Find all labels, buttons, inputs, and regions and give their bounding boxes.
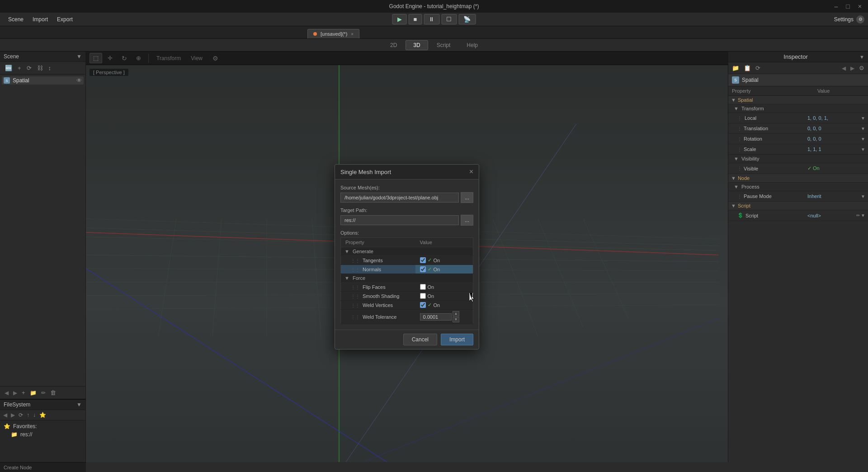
insp-folder-btn[interactable]: 📁 bbox=[730, 64, 741, 72]
dialog-titlebar: Single Mesh Import × bbox=[335, 165, 479, 179]
source-browse-btn[interactable]: ... bbox=[461, 192, 473, 203]
forward-btn[interactable]: ▶ bbox=[11, 389, 19, 397]
filesystem-dropdown-icon[interactable]: ▼ bbox=[76, 401, 82, 408]
translation-dropdown-icon[interactable]: ▼ bbox=[861, 126, 865, 131]
insp-forward-btn[interactable]: ▶ bbox=[849, 64, 856, 72]
deploy-btn[interactable]: ☐ bbox=[441, 14, 457, 24]
edit-btn[interactable]: ✏ bbox=[39, 389, 47, 397]
insp-back-btn[interactable]: ◀ bbox=[840, 64, 848, 72]
add-node-btn[interactable]: + bbox=[15, 64, 24, 72]
fs-back-btn[interactable]: ◀ bbox=[2, 411, 9, 419]
filesystem-panel: FileSystem ▼ ◀ ▶ ⟳ ↑ ↓ ⭐ ⭐ Favorites: 📁 … bbox=[0, 399, 85, 462]
dialog-overlay: Single Mesh Import × Source Mesh(es): ..… bbox=[86, 52, 728, 462]
scene-tree: S Spatial 👁 bbox=[0, 75, 85, 386]
weld-down-btn[interactable]: ▼ bbox=[453, 317, 460, 322]
delete-btn[interactable]: 🗑 bbox=[48, 388, 58, 397]
visibility-subsection[interactable]: ▼Visibility bbox=[728, 155, 868, 163]
tangents-row: ⋮⋮Tangents ✓ On bbox=[341, 256, 473, 265]
minimize-btn[interactable]: – bbox=[832, 2, 841, 11]
weld-tolerance-input[interactable] bbox=[420, 313, 452, 321]
folder-btn[interactable]: 📁 bbox=[28, 389, 38, 397]
new-scene-btn[interactable]: 🆕 bbox=[3, 64, 14, 72]
script-dropdown-icon[interactable]: ▼ bbox=[861, 213, 865, 218]
script-edit-btn[interactable]: ✏ bbox=[856, 213, 860, 218]
export-menu[interactable]: Export bbox=[52, 14, 77, 24]
node-type-icon: S bbox=[732, 76, 739, 84]
fs-forward-btn[interactable]: ▶ bbox=[9, 411, 16, 419]
insp-refresh-btn[interactable]: ⟳ bbox=[754, 64, 762, 72]
fs-up-btn[interactable]: ↑ bbox=[25, 411, 31, 419]
local-dropdown-icon[interactable]: ▼ bbox=[861, 116, 865, 121]
weld-tolerance-row: ⋮⋮Weld Tolerance ▲ ▼ bbox=[341, 310, 473, 324]
import-btn[interactable]: Import bbox=[441, 334, 473, 345]
node-section[interactable]: ▼Node bbox=[728, 174, 868, 183]
scene-toolbar: 🆕 + ⟳ ⛓ ↕ bbox=[0, 62, 85, 75]
normals-checkbox[interactable] bbox=[420, 266, 426, 272]
flip-faces-checkbox[interactable] bbox=[420, 284, 426, 290]
scene-menu[interactable]: Scene bbox=[4, 14, 28, 24]
dialog-body: Source Mesh(es): ... Target Path: ... Op… bbox=[335, 179, 479, 329]
view-2d-btn[interactable]: 2D bbox=[382, 40, 405, 50]
inspector-expand-icon[interactable]: ▼ bbox=[859, 54, 864, 60]
fs-fav-btn[interactable]: ⭐ bbox=[38, 411, 47, 419]
fs-refresh-btn[interactable]: ⟳ bbox=[17, 411, 24, 419]
fs-down-btn[interactable]: ↓ bbox=[32, 411, 37, 419]
back-btn[interactable]: ◀ bbox=[3, 389, 10, 397]
scene-footer-toolbar: ◀ ▶ + 📁 ✏ 🗑 bbox=[0, 386, 85, 399]
favorites-item[interactable]: ⭐ Favorites: bbox=[2, 422, 84, 430]
pause-mode-dropdown[interactable]: ▼ bbox=[861, 194, 865, 199]
insp-settings-btn[interactable]: ⚙ bbox=[857, 64, 866, 72]
add-btn2[interactable]: + bbox=[20, 388, 27, 397]
remote-btn[interactable]: 📡 bbox=[458, 14, 476, 24]
translation-property: ⋮ Translation 0, 0, 0 ▼ bbox=[728, 123, 868, 134]
weld-vertices-checkbox[interactable] bbox=[420, 302, 426, 308]
stop-btn[interactable]: ■ bbox=[409, 14, 422, 24]
view-3d-btn[interactable]: 3D bbox=[406, 40, 428, 50]
weld-up-btn[interactable]: ▲ bbox=[453, 311, 460, 316]
res-item[interactable]: 📁 res:// bbox=[2, 430, 84, 439]
target-input[interactable] bbox=[340, 215, 459, 225]
pause-btn[interactable]: ⏸ bbox=[424, 14, 439, 24]
maximize-btn[interactable]: □ bbox=[843, 2, 852, 11]
inspector-tabs: 📁 📋 ⟳ ◀ ▶ ⚙ bbox=[728, 62, 868, 74]
scene-node-spatial[interactable]: S Spatial 👁 bbox=[2, 76, 84, 85]
titlebar-controls[interactable]: – □ × bbox=[832, 0, 864, 13]
transform-subsection[interactable]: ▼Transform bbox=[728, 104, 868, 113]
import-menu[interactable]: Import bbox=[28, 14, 52, 24]
inspector-header: Inspector ▼ bbox=[728, 52, 868, 62]
process-subsection[interactable]: ▼Process bbox=[728, 183, 868, 191]
flip-faces-row: ⋮⋮Flip Faces On bbox=[341, 283, 473, 292]
target-browse-btn[interactable]: ... bbox=[461, 215, 473, 226]
source-input[interactable] bbox=[340, 193, 459, 203]
local-property: ⋮ Local 1, 0, 0, 1, ▼ bbox=[728, 113, 868, 123]
editor-tab[interactable]: [unsaved](*) × bbox=[307, 29, 359, 38]
insp-history-btn[interactable]: 📋 bbox=[742, 64, 753, 72]
pause-mode-property: ⋮ Pause Mode Inherit ▼ bbox=[728, 191, 868, 202]
settings-btn[interactable]: Settings bbox=[834, 16, 854, 23]
instance-btn[interactable]: ⛓ bbox=[35, 64, 45, 72]
rotation-dropdown-icon[interactable]: ▼ bbox=[861, 137, 865, 142]
refresh-btn[interactable]: ⟳ bbox=[24, 64, 34, 72]
expand-btn[interactable]: ↕ bbox=[46, 64, 54, 72]
filesystem-header: FileSystem ▼ bbox=[0, 400, 85, 410]
script-section[interactable]: ▼Script bbox=[728, 202, 868, 210]
cancel-btn[interactable]: Cancel bbox=[403, 334, 437, 345]
scene-dropdown-icon[interactable]: ▼ bbox=[76, 53, 82, 60]
dialog-close-btn[interactable]: × bbox=[469, 168, 473, 175]
visibility-icon[interactable]: 👁 bbox=[76, 77, 82, 84]
close-btn[interactable]: × bbox=[855, 2, 864, 11]
tangents-checkbox[interactable] bbox=[420, 257, 426, 263]
smooth-shading-row: ⋮⋮Smooth Shading On bbox=[341, 292, 473, 301]
force-section-row[interactable]: ▼ Force bbox=[341, 274, 473, 283]
target-label: Target Path: bbox=[340, 208, 473, 213]
spatial-section[interactable]: ▼Spatial bbox=[728, 96, 868, 104]
scale-dropdown-icon[interactable]: ▼ bbox=[861, 147, 865, 152]
options-table: Property Value ▼ Generate bbox=[340, 237, 473, 324]
generate-section-row[interactable]: ▼ Generate bbox=[341, 247, 473, 256]
play-btn[interactable]: ▶ bbox=[392, 14, 407, 24]
options-label: Options: bbox=[340, 230, 473, 236]
smooth-shading-checkbox[interactable] bbox=[420, 293, 426, 299]
tab-close-icon[interactable]: × bbox=[351, 32, 354, 37]
view-help-btn[interactable]: Help bbox=[459, 40, 486, 50]
view-script-btn[interactable]: Script bbox=[429, 40, 458, 50]
